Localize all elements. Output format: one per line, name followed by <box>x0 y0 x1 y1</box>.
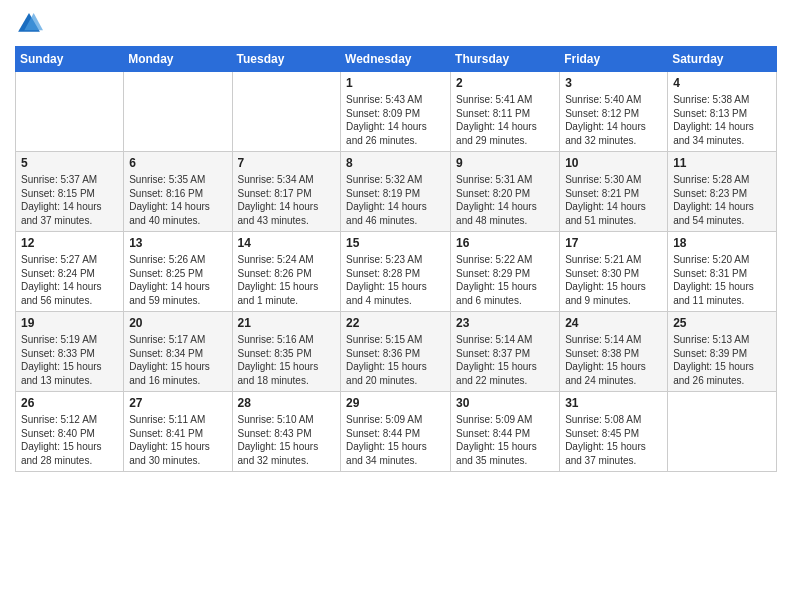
day-info: Sunrise: 5:14 AM Sunset: 8:38 PM Dayligh… <box>565 333 662 387</box>
calendar-cell: 23Sunrise: 5:14 AM Sunset: 8:37 PM Dayli… <box>451 312 560 392</box>
day-number: 16 <box>456 236 554 250</box>
calendar-body: 1Sunrise: 5:43 AM Sunset: 8:09 PM Daylig… <box>16 72 777 472</box>
day-info: Sunrise: 5:40 AM Sunset: 8:12 PM Dayligh… <box>565 93 662 147</box>
day-number: 15 <box>346 236 445 250</box>
day-number: 11 <box>673 156 771 170</box>
day-number: 21 <box>238 316 336 330</box>
page: SundayMondayTuesdayWednesdayThursdayFrid… <box>0 0 792 612</box>
calendar-cell: 12Sunrise: 5:27 AM Sunset: 8:24 PM Dayli… <box>16 232 124 312</box>
day-info: Sunrise: 5:34 AM Sunset: 8:17 PM Dayligh… <box>238 173 336 227</box>
calendar-cell: 5Sunrise: 5:37 AM Sunset: 8:15 PM Daylig… <box>16 152 124 232</box>
day-info: Sunrise: 5:13 AM Sunset: 8:39 PM Dayligh… <box>673 333 771 387</box>
day-number: 3 <box>565 76 662 90</box>
calendar-cell: 30Sunrise: 5:09 AM Sunset: 8:44 PM Dayli… <box>451 392 560 472</box>
calendar-week-row: 26Sunrise: 5:12 AM Sunset: 8:40 PM Dayli… <box>16 392 777 472</box>
day-number: 9 <box>456 156 554 170</box>
day-info: Sunrise: 5:20 AM Sunset: 8:31 PM Dayligh… <box>673 253 771 307</box>
day-number: 17 <box>565 236 662 250</box>
calendar-cell: 9Sunrise: 5:31 AM Sunset: 8:20 PM Daylig… <box>451 152 560 232</box>
day-info: Sunrise: 5:24 AM Sunset: 8:26 PM Dayligh… <box>238 253 336 307</box>
day-number: 19 <box>21 316 118 330</box>
calendar-week-row: 19Sunrise: 5:19 AM Sunset: 8:33 PM Dayli… <box>16 312 777 392</box>
day-number: 25 <box>673 316 771 330</box>
day-number: 4 <box>673 76 771 90</box>
calendar-cell: 14Sunrise: 5:24 AM Sunset: 8:26 PM Dayli… <box>232 232 341 312</box>
day-number: 29 <box>346 396 445 410</box>
day-info: Sunrise: 5:26 AM Sunset: 8:25 PM Dayligh… <box>129 253 226 307</box>
day-number: 13 <box>129 236 226 250</box>
day-number: 8 <box>346 156 445 170</box>
day-number: 20 <box>129 316 226 330</box>
calendar-cell: 16Sunrise: 5:22 AM Sunset: 8:29 PM Dayli… <box>451 232 560 312</box>
weekday-header-sunday: Sunday <box>16 47 124 72</box>
day-info: Sunrise: 5:28 AM Sunset: 8:23 PM Dayligh… <box>673 173 771 227</box>
calendar-table: SundayMondayTuesdayWednesdayThursdayFrid… <box>15 46 777 472</box>
calendar-cell: 7Sunrise: 5:34 AM Sunset: 8:17 PM Daylig… <box>232 152 341 232</box>
day-info: Sunrise: 5:38 AM Sunset: 8:13 PM Dayligh… <box>673 93 771 147</box>
calendar-week-row: 12Sunrise: 5:27 AM Sunset: 8:24 PM Dayli… <box>16 232 777 312</box>
day-info: Sunrise: 5:27 AM Sunset: 8:24 PM Dayligh… <box>21 253 118 307</box>
calendar-cell: 25Sunrise: 5:13 AM Sunset: 8:39 PM Dayli… <box>668 312 777 392</box>
weekday-header-thursday: Thursday <box>451 47 560 72</box>
day-info: Sunrise: 5:43 AM Sunset: 8:09 PM Dayligh… <box>346 93 445 147</box>
calendar-cell: 11Sunrise: 5:28 AM Sunset: 8:23 PM Dayli… <box>668 152 777 232</box>
calendar-week-row: 1Sunrise: 5:43 AM Sunset: 8:09 PM Daylig… <box>16 72 777 152</box>
calendar-cell: 13Sunrise: 5:26 AM Sunset: 8:25 PM Dayli… <box>124 232 232 312</box>
calendar-header: SundayMondayTuesdayWednesdayThursdayFrid… <box>16 47 777 72</box>
day-number: 1 <box>346 76 445 90</box>
calendar-cell <box>16 72 124 152</box>
day-info: Sunrise: 5:14 AM Sunset: 8:37 PM Dayligh… <box>456 333 554 387</box>
day-info: Sunrise: 5:22 AM Sunset: 8:29 PM Dayligh… <box>456 253 554 307</box>
day-info: Sunrise: 5:32 AM Sunset: 8:19 PM Dayligh… <box>346 173 445 227</box>
day-number: 30 <box>456 396 554 410</box>
calendar-cell: 2Sunrise: 5:41 AM Sunset: 8:11 PM Daylig… <box>451 72 560 152</box>
calendar-week-row: 5Sunrise: 5:37 AM Sunset: 8:15 PM Daylig… <box>16 152 777 232</box>
weekday-header-monday: Monday <box>124 47 232 72</box>
calendar-cell: 20Sunrise: 5:17 AM Sunset: 8:34 PM Dayli… <box>124 312 232 392</box>
day-number: 22 <box>346 316 445 330</box>
day-info: Sunrise: 5:41 AM Sunset: 8:11 PM Dayligh… <box>456 93 554 147</box>
day-number: 12 <box>21 236 118 250</box>
calendar-cell: 3Sunrise: 5:40 AM Sunset: 8:12 PM Daylig… <box>560 72 668 152</box>
weekday-header-wednesday: Wednesday <box>341 47 451 72</box>
day-number: 2 <box>456 76 554 90</box>
day-info: Sunrise: 5:31 AM Sunset: 8:20 PM Dayligh… <box>456 173 554 227</box>
day-number: 23 <box>456 316 554 330</box>
day-info: Sunrise: 5:17 AM Sunset: 8:34 PM Dayligh… <box>129 333 226 387</box>
calendar-cell: 17Sunrise: 5:21 AM Sunset: 8:30 PM Dayli… <box>560 232 668 312</box>
day-number: 18 <box>673 236 771 250</box>
day-info: Sunrise: 5:19 AM Sunset: 8:33 PM Dayligh… <box>21 333 118 387</box>
calendar-cell <box>124 72 232 152</box>
day-info: Sunrise: 5:08 AM Sunset: 8:45 PM Dayligh… <box>565 413 662 467</box>
calendar-cell: 21Sunrise: 5:16 AM Sunset: 8:35 PM Dayli… <box>232 312 341 392</box>
weekday-header-saturday: Saturday <box>668 47 777 72</box>
logo-icon <box>15 10 43 38</box>
day-number: 5 <box>21 156 118 170</box>
calendar-cell: 19Sunrise: 5:19 AM Sunset: 8:33 PM Dayli… <box>16 312 124 392</box>
day-info: Sunrise: 5:12 AM Sunset: 8:40 PM Dayligh… <box>21 413 118 467</box>
calendar-cell <box>668 392 777 472</box>
day-number: 27 <box>129 396 226 410</box>
calendar-cell: 15Sunrise: 5:23 AM Sunset: 8:28 PM Dayli… <box>341 232 451 312</box>
day-info: Sunrise: 5:11 AM Sunset: 8:41 PM Dayligh… <box>129 413 226 467</box>
calendar-cell: 1Sunrise: 5:43 AM Sunset: 8:09 PM Daylig… <box>341 72 451 152</box>
day-info: Sunrise: 5:35 AM Sunset: 8:16 PM Dayligh… <box>129 173 226 227</box>
day-number: 28 <box>238 396 336 410</box>
day-info: Sunrise: 5:23 AM Sunset: 8:28 PM Dayligh… <box>346 253 445 307</box>
day-info: Sunrise: 5:15 AM Sunset: 8:36 PM Dayligh… <box>346 333 445 387</box>
day-number: 10 <box>565 156 662 170</box>
day-number: 31 <box>565 396 662 410</box>
weekday-header-friday: Friday <box>560 47 668 72</box>
day-info: Sunrise: 5:30 AM Sunset: 8:21 PM Dayligh… <box>565 173 662 227</box>
calendar-cell: 29Sunrise: 5:09 AM Sunset: 8:44 PM Dayli… <box>341 392 451 472</box>
calendar-cell: 22Sunrise: 5:15 AM Sunset: 8:36 PM Dayli… <box>341 312 451 392</box>
calendar-cell: 31Sunrise: 5:08 AM Sunset: 8:45 PM Dayli… <box>560 392 668 472</box>
day-info: Sunrise: 5:09 AM Sunset: 8:44 PM Dayligh… <box>346 413 445 467</box>
calendar-cell: 10Sunrise: 5:30 AM Sunset: 8:21 PM Dayli… <box>560 152 668 232</box>
header <box>15 10 777 38</box>
calendar-cell: 8Sunrise: 5:32 AM Sunset: 8:19 PM Daylig… <box>341 152 451 232</box>
calendar-cell: 26Sunrise: 5:12 AM Sunset: 8:40 PM Dayli… <box>16 392 124 472</box>
day-number: 24 <box>565 316 662 330</box>
calendar-cell: 24Sunrise: 5:14 AM Sunset: 8:38 PM Dayli… <box>560 312 668 392</box>
calendar-cell: 6Sunrise: 5:35 AM Sunset: 8:16 PM Daylig… <box>124 152 232 232</box>
